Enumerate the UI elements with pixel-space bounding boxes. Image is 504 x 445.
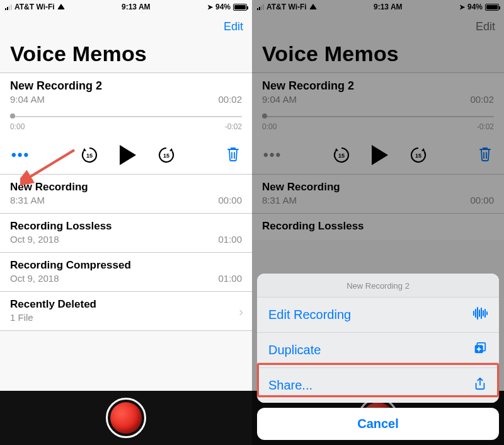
delete-button[interactable] bbox=[226, 146, 241, 165]
scrub-end: -0:02 bbox=[225, 122, 242, 131]
share-icon bbox=[472, 377, 488, 394]
memo-list: New Recording 8:31 AM00:00 Recording Los… bbox=[252, 175, 504, 240]
battery-icon bbox=[485, 4, 499, 11]
skip-forward-15-button[interactable]: 15 bbox=[158, 146, 175, 164]
list-item[interactable]: Recording Lossless Oct 9, 201801:00 bbox=[0, 214, 252, 253]
sheet-duplicate[interactable]: Duplicate bbox=[257, 332, 499, 367]
screenshot-left: AT&T Wi-Fi 9:13 AM ➤ 94% Edit Voice Memo… bbox=[0, 0, 252, 445]
scrub-end: -0:02 bbox=[477, 122, 494, 131]
sheet-cancel-button[interactable]: Cancel bbox=[257, 408, 499, 440]
page-title: Voice Memos bbox=[0, 40, 252, 72]
location-icon: ➤ bbox=[207, 3, 213, 11]
record-bar bbox=[0, 391, 252, 445]
svg-text:15: 15 bbox=[86, 153, 93, 159]
memo-list: New Recording 8:31 AM00:00 Recording Los… bbox=[0, 175, 252, 331]
battery-percent: 94% bbox=[215, 3, 231, 11]
svg-text:15: 15 bbox=[415, 153, 421, 159]
clock-label: 9:13 AM bbox=[122, 3, 151, 11]
sheet-share[interactable]: Share... bbox=[257, 367, 499, 403]
wifi-icon bbox=[57, 4, 65, 9]
scrubber[interactable] bbox=[262, 113, 494, 120]
svg-text:15: 15 bbox=[338, 153, 345, 159]
selected-memo[interactable]: New Recording 2 9:04 AM 00:02 0:00 -0:02… bbox=[252, 73, 504, 175]
selected-memo-duration: 00:02 bbox=[470, 94, 494, 105]
more-options-button[interactable]: ••• bbox=[263, 147, 282, 163]
selected-memo-time: 9:04 AM bbox=[10, 94, 45, 105]
delete-button[interactable] bbox=[478, 146, 493, 165]
waveform-icon bbox=[472, 306, 488, 323]
location-icon: ➤ bbox=[459, 3, 465, 11]
battery-percent: 94% bbox=[467, 3, 483, 11]
selected-memo-time: 9:04 AM bbox=[262, 94, 297, 105]
wifi-icon bbox=[309, 4, 317, 9]
skip-back-15-button[interactable]: 15 bbox=[333, 146, 350, 164]
action-sheet: New Recording 2 Edit Recording Duplicate… bbox=[257, 274, 499, 440]
signal-bars-icon bbox=[257, 4, 264, 10]
selected-memo-duration: 00:02 bbox=[218, 94, 242, 105]
clock-label: 9:13 AM bbox=[374, 3, 403, 11]
battery-icon bbox=[233, 4, 247, 11]
list-item[interactable]: New Recording 8:31 AM00:00 bbox=[252, 175, 504, 214]
list-item[interactable]: Recording Lossless bbox=[252, 214, 504, 240]
status-bar: AT&T Wi-Fi 9:13 AM ➤ 94% bbox=[0, 0, 252, 13]
play-button[interactable] bbox=[120, 145, 136, 165]
duplicate-icon bbox=[472, 342, 488, 359]
sheet-edit-recording[interactable]: Edit Recording bbox=[257, 297, 499, 332]
skip-back-15-button[interactable]: 15 bbox=[81, 146, 98, 164]
scrubber[interactable] bbox=[10, 113, 242, 120]
selected-memo-title: New Recording 2 bbox=[262, 79, 494, 93]
skip-forward-15-button[interactable]: 15 bbox=[410, 146, 427, 164]
chevron-right-icon: › bbox=[239, 304, 243, 318]
more-options-button[interactable]: ••• bbox=[11, 147, 30, 163]
carrier-label: AT&T Wi-Fi bbox=[266, 3, 307, 11]
signal-bars-icon bbox=[5, 4, 12, 10]
selected-memo-title: New Recording 2 bbox=[10, 79, 242, 93]
status-bar: AT&T Wi-Fi 9:13 AM ➤ 94% bbox=[252, 0, 504, 13]
edit-button[interactable]: Edit bbox=[476, 20, 495, 33]
recently-deleted[interactable]: Recently Deleted 1 File › bbox=[0, 292, 252, 331]
edit-button[interactable]: Edit bbox=[224, 20, 243, 33]
screenshot-right: AT&T Wi-Fi 9:13 AM ➤ 94% Edit Voice Memo… bbox=[252, 0, 504, 445]
scrub-start: 0:00 bbox=[262, 122, 277, 131]
sheet-title: New Recording 2 bbox=[257, 274, 499, 297]
play-button[interactable] bbox=[372, 145, 388, 165]
svg-text:15: 15 bbox=[163, 153, 169, 159]
carrier-label: AT&T Wi-Fi bbox=[14, 3, 55, 11]
nav-bar: Edit bbox=[0, 13, 252, 40]
selected-memo[interactable]: New Recording 2 9:04 AM 00:02 0:00 -0:02… bbox=[0, 73, 252, 175]
nav-bar: Edit bbox=[252, 13, 504, 40]
list-item[interactable]: Recording Compressed Oct 9, 201801:00 bbox=[0, 253, 252, 292]
record-button[interactable] bbox=[106, 398, 146, 438]
list-item[interactable]: New Recording 8:31 AM00:00 bbox=[0, 175, 252, 214]
page-title: Voice Memos bbox=[252, 40, 504, 72]
scrub-start: 0:00 bbox=[10, 122, 25, 131]
